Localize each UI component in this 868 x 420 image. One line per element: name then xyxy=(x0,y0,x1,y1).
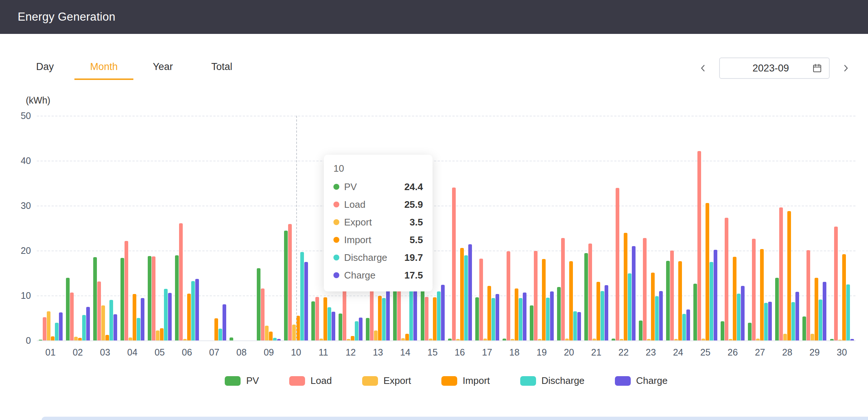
bar-pv-day13[interactable] xyxy=(366,318,370,340)
legend-item-pv[interactable]: PV xyxy=(225,375,259,386)
bar-pv-day04[interactable] xyxy=(120,258,124,341)
bar-import-day01[interactable] xyxy=(51,336,55,340)
bar-charge-day27[interactable] xyxy=(768,302,772,340)
bar-pv-day11[interactable] xyxy=(311,301,315,340)
bar-charge-day03[interactable] xyxy=(113,314,117,340)
bar-discharge-day24[interactable] xyxy=(682,314,686,340)
bar-charge-day19[interactable] xyxy=(550,291,554,340)
bar-import-day09[interactable] xyxy=(269,332,273,340)
bar-discharge-day07[interactable] xyxy=(218,329,222,340)
bar-export-day14[interactable] xyxy=(401,338,405,340)
bar-load-day19[interactable] xyxy=(534,251,538,340)
bar-load-day16[interactable] xyxy=(452,188,456,340)
bar-export-day18[interactable] xyxy=(511,339,514,340)
bar-discharge-day01[interactable] xyxy=(55,323,59,340)
bar-pv-day10[interactable] xyxy=(284,231,288,340)
legend-item-import[interactable]: Import xyxy=(441,375,490,386)
bar-export-day27[interactable] xyxy=(756,339,760,340)
bar-import-day13[interactable] xyxy=(378,296,382,340)
bar-charge-day12[interactable] xyxy=(359,318,363,340)
bar-import-day11[interactable] xyxy=(323,297,327,340)
bar-export-day21[interactable] xyxy=(592,339,596,340)
bar-load-day09[interactable] xyxy=(261,288,265,341)
bar-export-day24[interactable] xyxy=(674,339,678,340)
bar-pv-day30[interactable] xyxy=(830,339,834,340)
bar-load-day05[interactable] xyxy=(152,256,155,340)
bar-discharge-day10[interactable] xyxy=(300,252,304,340)
bar-pv-day17[interactable] xyxy=(475,297,479,340)
bar-import-day10[interactable] xyxy=(296,316,300,340)
bar-import-day28[interactable] xyxy=(787,211,791,340)
bar-pv-day26[interactable] xyxy=(721,321,724,341)
bar-export-day05[interactable] xyxy=(156,330,160,340)
bar-export-day19[interactable] xyxy=(538,339,542,340)
bar-pv-day21[interactable] xyxy=(584,253,588,340)
bar-discharge-day20[interactable] xyxy=(573,311,577,340)
bar-discharge-day03[interactable] xyxy=(109,300,113,340)
bar-export-day13[interactable] xyxy=(374,330,378,340)
bar-export-day30[interactable] xyxy=(838,340,842,340)
bar-load-day23[interactable] xyxy=(643,238,647,340)
bar-discharge-day30[interactable] xyxy=(846,284,850,341)
bar-export-day15[interactable] xyxy=(429,339,433,340)
bar-charge-day30[interactable] xyxy=(850,339,854,340)
bar-load-day25[interactable] xyxy=(697,151,701,340)
bar-discharge-day17[interactable] xyxy=(491,298,495,340)
bar-import-day21[interactable] xyxy=(596,282,600,340)
bar-pv-day27[interactable] xyxy=(748,323,752,340)
legend-item-charge[interactable]: Charge xyxy=(615,375,668,386)
bar-charge-day05[interactable] xyxy=(168,293,172,340)
bar-import-day14[interactable] xyxy=(405,334,409,340)
bar-load-day24[interactable] xyxy=(670,251,674,340)
bar-charge-day04[interactable] xyxy=(141,298,144,340)
bar-discharge-day19[interactable] xyxy=(546,298,550,340)
bar-discharge-day29[interactable] xyxy=(819,300,822,340)
bar-discharge-day23[interactable] xyxy=(655,296,659,340)
bar-charge-day23[interactable] xyxy=(659,291,663,340)
bar-pv-day09[interactable] xyxy=(257,268,260,340)
bar-pv-day05[interactable] xyxy=(148,256,151,340)
bar-import-day19[interactable] xyxy=(542,259,546,340)
bar-import-day04[interactable] xyxy=(133,294,136,340)
bar-import-day12[interactable] xyxy=(351,336,354,340)
bar-discharge-day25[interactable] xyxy=(710,262,713,341)
bar-pv-day08[interactable] xyxy=(230,337,233,341)
bar-charge-day18[interactable] xyxy=(523,293,526,341)
bar-charge-day15[interactable] xyxy=(441,285,445,340)
bar-pv-day03[interactable] xyxy=(93,257,97,340)
bar-export-day02[interactable] xyxy=(74,337,78,340)
bar-discharge-day13[interactable] xyxy=(382,298,386,340)
bar-export-day12[interactable] xyxy=(347,339,350,340)
bar-export-day03[interactable] xyxy=(101,305,105,340)
bar-discharge-day06[interactable] xyxy=(191,281,195,340)
bar-load-day28[interactable] xyxy=(779,207,783,340)
bar-load-day15[interactable] xyxy=(425,297,428,340)
bar-import-day15[interactable] xyxy=(433,297,437,340)
bar-import-day05[interactable] xyxy=(160,328,164,340)
legend-item-load[interactable]: Load xyxy=(289,375,332,386)
bar-load-day20[interactable] xyxy=(561,238,565,340)
bar-discharge-day26[interactable] xyxy=(737,294,741,340)
bar-charge-day11[interactable] xyxy=(332,312,335,340)
bar-load-day18[interactable] xyxy=(507,251,510,340)
bar-import-day03[interactable] xyxy=(105,335,109,340)
bar-pv-day18[interactable] xyxy=(503,339,506,340)
bar-discharge-day02[interactable] xyxy=(82,315,86,341)
bar-charge-day09[interactable] xyxy=(277,339,281,340)
bar-export-day28[interactable] xyxy=(783,334,787,340)
bar-import-day25[interactable] xyxy=(706,203,709,340)
bar-charge-day24[interactable] xyxy=(686,309,690,340)
bar-charge-day26[interactable] xyxy=(741,286,745,340)
bar-charge-day02[interactable] xyxy=(86,307,90,341)
bar-charge-day25[interactable] xyxy=(714,250,717,340)
bar-pv-day29[interactable] xyxy=(802,316,806,340)
bar-export-day22[interactable] xyxy=(620,339,623,340)
bar-load-day21[interactable] xyxy=(588,244,592,341)
bar-import-day18[interactable] xyxy=(515,288,518,341)
bar-pv-day19[interactable] xyxy=(530,305,533,340)
bar-load-day10[interactable] xyxy=(288,224,292,340)
bar-discharge-day09[interactable] xyxy=(273,338,277,340)
bar-discharge-day11[interactable] xyxy=(328,307,331,340)
bar-import-day02[interactable] xyxy=(78,338,82,340)
bar-charge-day01[interactable] xyxy=(59,312,63,340)
